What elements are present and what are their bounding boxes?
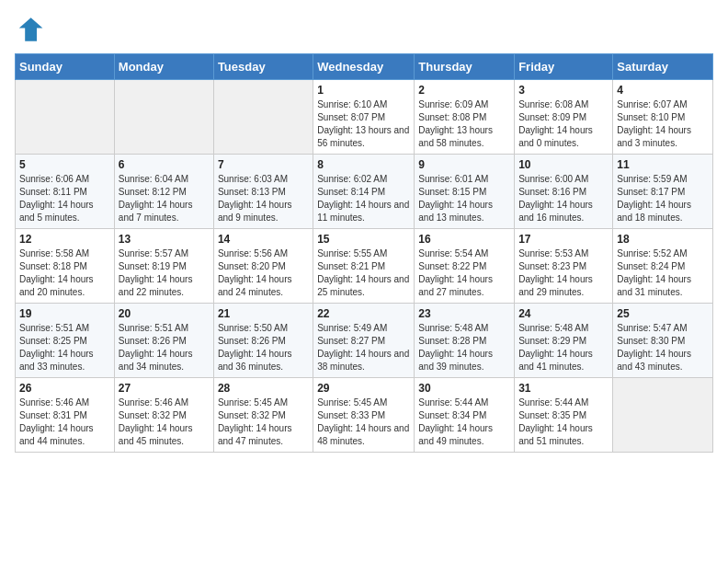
day-info: Sunrise: 6:07 AMSunset: 8:10 PMDaylight:… [617, 98, 709, 150]
header-day-saturday: Saturday [613, 54, 713, 80]
day-number: 22 [317, 307, 410, 320]
day-cell: 11Sunrise: 5:59 AMSunset: 8:17 PMDayligh… [613, 155, 713, 229]
day-cell: 28Sunrise: 5:45 AMSunset: 8:32 PMDayligh… [213, 378, 313, 453]
day-number: 29 [317, 382, 410, 395]
day-number: 17 [518, 233, 609, 246]
day-number: 9 [418, 158, 510, 171]
day-number: 20 [119, 307, 210, 320]
day-info: Sunrise: 5:48 AMSunset: 8:28 PMDaylight:… [418, 322, 510, 373]
day-number: 30 [418, 382, 510, 395]
day-cell: 9Sunrise: 6:01 AMSunset: 8:15 PMDaylight… [415, 155, 515, 229]
day-number: 19 [19, 307, 110, 320]
day-cell: 30Sunrise: 5:44 AMSunset: 8:34 PMDayligh… [415, 378, 515, 453]
day-cell: 27Sunrise: 5:46 AMSunset: 8:32 PMDayligh… [114, 378, 213, 453]
day-number: 31 [518, 382, 609, 395]
header-day-wednesday: Wednesday [313, 54, 415, 80]
day-info: Sunrise: 5:54 AMSunset: 8:22 PMDaylight:… [418, 247, 510, 299]
day-number: 24 [518, 307, 609, 320]
day-info: Sunrise: 5:49 AMSunset: 8:27 PMDaylight:… [317, 322, 410, 373]
header-day-sunday: Sunday [16, 54, 115, 80]
day-info: Sunrise: 6:02 AMSunset: 8:14 PMDaylight:… [317, 173, 410, 224]
day-info: Sunrise: 6:09 AMSunset: 8:08 PMDaylight:… [418, 98, 510, 150]
day-info: Sunrise: 6:00 AMSunset: 8:16 PMDaylight:… [518, 173, 609, 224]
day-info: Sunrise: 5:45 AMSunset: 8:32 PMDaylight:… [218, 396, 309, 448]
day-cell: 3Sunrise: 6:08 AMSunset: 8:09 PMDaylight… [515, 80, 613, 155]
logo-icon [15, 15, 44, 44]
day-number: 27 [119, 382, 210, 395]
day-info: Sunrise: 5:46 AMSunset: 8:32 PMDaylight:… [119, 396, 210, 448]
day-number: 21 [218, 307, 309, 320]
day-info: Sunrise: 5:45 AMSunset: 8:33 PMDaylight:… [317, 396, 410, 448]
day-cell: 29Sunrise: 5:45 AMSunset: 8:33 PMDayligh… [313, 378, 415, 453]
day-cell: 19Sunrise: 5:51 AMSunset: 8:25 PMDayligh… [16, 304, 115, 378]
day-info: Sunrise: 5:59 AMSunset: 8:17 PMDaylight:… [617, 173, 709, 224]
day-info: Sunrise: 5:44 AMSunset: 8:34 PMDaylight:… [418, 396, 510, 448]
day-cell: 16Sunrise: 5:54 AMSunset: 8:22 PMDayligh… [415, 229, 515, 304]
day-number: 10 [518, 158, 609, 171]
day-info: Sunrise: 5:47 AMSunset: 8:30 PMDaylight:… [617, 322, 709, 373]
calendar-body: 1Sunrise: 6:10 AMSunset: 8:07 PMDaylight… [16, 80, 713, 453]
day-number: 2 [418, 84, 510, 97]
day-cell: 5Sunrise: 6:06 AMSunset: 8:11 PMDaylight… [16, 155, 115, 229]
day-info: Sunrise: 5:46 AMSunset: 8:31 PMDaylight:… [19, 396, 110, 448]
day-cell: 26Sunrise: 5:46 AMSunset: 8:31 PMDayligh… [16, 378, 115, 453]
day-cell: 22Sunrise: 5:49 AMSunset: 8:27 PMDayligh… [313, 304, 415, 378]
week-row-1: 1Sunrise: 6:10 AMSunset: 8:07 PMDaylight… [16, 80, 713, 155]
day-cell: 18Sunrise: 5:52 AMSunset: 8:24 PMDayligh… [613, 229, 713, 304]
day-number: 5 [19, 158, 110, 171]
week-row-4: 19Sunrise: 5:51 AMSunset: 8:25 PMDayligh… [16, 304, 713, 378]
day-cell: 7Sunrise: 6:03 AMSunset: 8:13 PMDaylight… [213, 155, 313, 229]
day-number: 26 [19, 382, 110, 395]
day-number: 18 [617, 233, 709, 246]
logo [15, 15, 48, 44]
day-info: Sunrise: 5:50 AMSunset: 8:26 PMDaylight:… [218, 322, 309, 373]
day-cell: 21Sunrise: 5:50 AMSunset: 8:26 PMDayligh… [213, 304, 313, 378]
day-number: 12 [19, 233, 110, 246]
day-number: 28 [218, 382, 309, 395]
header-row: SundayMondayTuesdayWednesdayThursdayFrid… [16, 54, 713, 80]
day-info: Sunrise: 5:48 AMSunset: 8:29 PMDaylight:… [518, 322, 609, 373]
week-row-3: 12Sunrise: 5:58 AMSunset: 8:18 PMDayligh… [16, 229, 713, 304]
day-number: 4 [617, 84, 709, 97]
calendar-header: SundayMondayTuesdayWednesdayThursdayFrid… [16, 54, 713, 80]
day-cell: 23Sunrise: 5:48 AMSunset: 8:28 PMDayligh… [415, 304, 515, 378]
day-cell: 14Sunrise: 5:56 AMSunset: 8:20 PMDayligh… [213, 229, 313, 304]
day-number: 13 [119, 233, 210, 246]
day-number: 8 [317, 158, 410, 171]
svg-marker-0 [19, 17, 43, 41]
day-info: Sunrise: 5:44 AMSunset: 8:35 PMDaylight:… [518, 396, 609, 448]
day-cell: 20Sunrise: 5:51 AMSunset: 8:26 PMDayligh… [114, 304, 213, 378]
day-info: Sunrise: 6:08 AMSunset: 8:09 PMDaylight:… [518, 98, 609, 150]
day-info: Sunrise: 5:57 AMSunset: 8:19 PMDaylight:… [119, 247, 210, 299]
day-cell: 12Sunrise: 5:58 AMSunset: 8:18 PMDayligh… [16, 229, 115, 304]
day-info: Sunrise: 5:52 AMSunset: 8:24 PMDaylight:… [617, 247, 709, 299]
calendar-table: SundayMondayTuesdayWednesdayThursdayFrid… [15, 53, 713, 453]
day-cell: 25Sunrise: 5:47 AMSunset: 8:30 PMDayligh… [613, 304, 713, 378]
day-info: Sunrise: 5:51 AMSunset: 8:26 PMDaylight:… [119, 322, 210, 373]
day-cell: 10Sunrise: 6:00 AMSunset: 8:16 PMDayligh… [515, 155, 613, 229]
day-info: Sunrise: 5:55 AMSunset: 8:21 PMDaylight:… [317, 247, 410, 299]
day-number: 3 [518, 84, 609, 97]
day-cell [114, 80, 213, 155]
header-day-thursday: Thursday [415, 54, 515, 80]
day-info: Sunrise: 6:03 AMSunset: 8:13 PMDaylight:… [218, 173, 309, 224]
day-cell: 24Sunrise: 5:48 AMSunset: 8:29 PMDayligh… [515, 304, 613, 378]
header-day-friday: Friday [515, 54, 613, 80]
day-info: Sunrise: 6:10 AMSunset: 8:07 PMDaylight:… [317, 98, 410, 150]
day-info: Sunrise: 6:04 AMSunset: 8:12 PMDaylight:… [119, 173, 210, 224]
day-number: 11 [617, 158, 709, 171]
day-cell: 15Sunrise: 5:55 AMSunset: 8:21 PMDayligh… [313, 229, 415, 304]
week-row-5: 26Sunrise: 5:46 AMSunset: 8:31 PMDayligh… [16, 378, 713, 453]
day-number: 16 [418, 233, 510, 246]
day-cell: 13Sunrise: 5:57 AMSunset: 8:19 PMDayligh… [114, 229, 213, 304]
day-info: Sunrise: 5:51 AMSunset: 8:25 PMDaylight:… [19, 322, 110, 373]
day-cell: 31Sunrise: 5:44 AMSunset: 8:35 PMDayligh… [515, 378, 613, 453]
day-cell: 17Sunrise: 5:53 AMSunset: 8:23 PMDayligh… [515, 229, 613, 304]
day-info: Sunrise: 5:56 AMSunset: 8:20 PMDaylight:… [218, 247, 309, 299]
day-cell: 6Sunrise: 6:04 AMSunset: 8:12 PMDaylight… [114, 155, 213, 229]
day-number: 25 [617, 307, 709, 320]
day-number: 1 [317, 84, 410, 97]
day-cell [613, 378, 713, 453]
header-day-monday: Monday [114, 54, 213, 80]
day-cell: 4Sunrise: 6:07 AMSunset: 8:10 PMDaylight… [613, 80, 713, 155]
